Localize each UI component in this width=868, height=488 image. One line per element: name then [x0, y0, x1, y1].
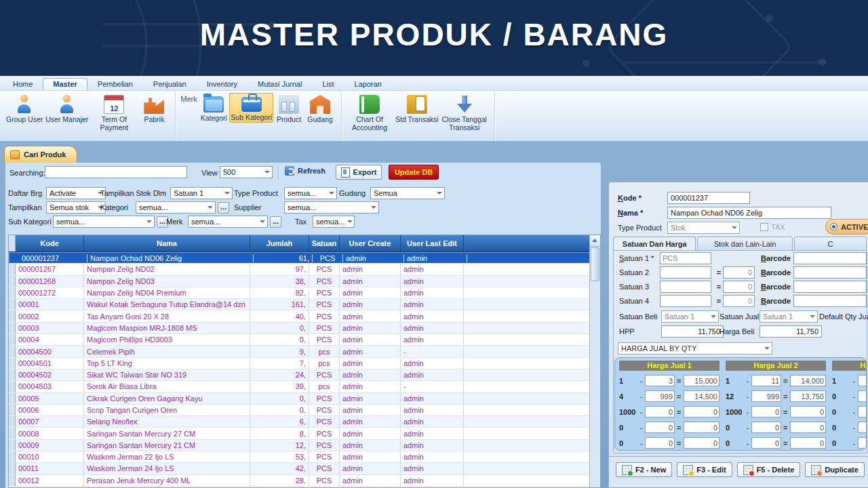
range-end-input[interactable]: 0 [858, 406, 867, 418]
range-end-input[interactable]: 0 [645, 406, 675, 418]
satuan-input[interactable] [660, 266, 711, 279]
ribbon-button-kategori[interactable]: Kategori [198, 93, 229, 123]
range-end-input[interactable]: 0 [858, 437, 867, 449]
table-row[interactable]: 00004501Top 5 LT King7,pcsadminadmin [9, 358, 590, 369]
ribbon-tab-master[interactable]: Master [43, 78, 87, 90]
filter-gudang-select[interactable]: Semua [370, 187, 445, 199]
ribbon-button-user-manajer[interactable]: User Manajer [44, 93, 90, 125]
range-end-input[interactable]: 0 [645, 422, 675, 433]
filter-merk-select[interactable]: semua... [188, 216, 268, 228]
table-scrollbar[interactable] [589, 235, 600, 487]
table-row[interactable]: 00008Saringan Santan Mercury 27 CM8,PCSa… [9, 428, 590, 439]
barcode-input[interactable] [793, 295, 867, 307]
type-product-select[interactable]: Stok [667, 222, 740, 234]
tab-cari-produk[interactable]: Cari Produk [4, 146, 77, 163]
price-input[interactable]: 0 [790, 406, 826, 418]
filter-kategori-more-button[interactable]: ... [218, 202, 229, 214]
satuan-qty-input[interactable]: 0 [723, 295, 755, 307]
ribbon-button-product[interactable]: Product [273, 93, 304, 125]
f3-edit-button[interactable]: F3 - Edit [677, 462, 732, 477]
filter-tax-select[interactable]: semua... [313, 216, 355, 228]
table-row[interactable]: 00005Cikrak Curigen Oren Gagang Kayu0,PC… [9, 393, 590, 405]
table-row[interactable]: 00002Tas Anyam Goni 20 X 2840,PCSadminad… [9, 310, 590, 322]
detail-tab-c[interactable]: C [794, 237, 867, 251]
table-row[interactable]: 00011Waskom Jerman 24 Ijo LS42,PCSadmina… [9, 463, 590, 474]
price-input[interactable]: 14,500 [684, 390, 719, 402]
table-row[interactable]: 00004503Sorok Air Biasa Libra39,pcsadmin… [9, 381, 590, 392]
satuan-qty-input[interactable]: 0 [723, 281, 755, 293]
ribbon-button-sub-kategori[interactable]: Sub Kategori [229, 93, 273, 123]
ribbon-button-gudang[interactable]: Gudang [304, 93, 336, 125]
nama-input[interactable]: Nampan Ochad ND06 Zelig [667, 207, 831, 219]
hpp-input[interactable]: 11,750 [661, 325, 724, 338]
ribbon-button-std-transaksi[interactable]: Std Transaksi [394, 93, 440, 125]
table-row[interactable]: 00012Perasan Jeruk Mercury 400 ML28,PCSa… [9, 475, 590, 487]
search-input[interactable] [45, 166, 187, 178]
barcode-input[interactable] [793, 281, 867, 293]
range-end-input[interactable]: 0 [751, 437, 781, 449]
range-end-input[interactable]: 999 [751, 390, 781, 402]
harga-jual-by-qty-select[interactable]: HARGA JUAL BY QTY [618, 342, 772, 354]
price-input[interactable]: 13,750 [790, 390, 826, 402]
ribbon-tab-laporan[interactable]: Laporan [344, 78, 392, 90]
range-end-input[interactable]: 999 [645, 390, 675, 402]
range-end-input[interactable]: 0 [858, 375, 867, 386]
range-end-input[interactable]: 0 [751, 422, 781, 433]
table-row[interactable]: 000001237Nampan Ochad ND06 Zelig61,PCSad… [9, 252, 590, 264]
duplicate-button[interactable]: Duplicate [805, 462, 865, 477]
satuan-input[interactable]: PCS [660, 252, 711, 264]
range-end-input[interactable]: 0 [751, 406, 781, 418]
filter-sub-kategori-select[interactable]: semua... [53, 216, 155, 228]
barcode-input[interactable] [793, 252, 867, 264]
filter-daftar-brg-select[interactable]: Activate [46, 187, 106, 199]
ribbon-button-term-of-payment[interactable]: Term Of Payment [90, 93, 138, 132]
scroll-up-button[interactable] [590, 235, 600, 247]
ribbon-button-chart-of-accounting[interactable]: Chart Of Accounting [345, 93, 394, 132]
satuan-beli-select[interactable]: Satuan 1 [661, 310, 719, 323]
table-row[interactable]: 00004502Sikat WC Taiwan Star NO 31924,PC… [9, 369, 590, 381]
table-row[interactable]: 00003Magicom Maspion MRJ-1808 MS0,PCSadm… [9, 323, 590, 334]
f5-delete-button[interactable]: F5 - Delete [737, 462, 801, 477]
ribbon-button-close-tanggal-transaksi[interactable]: Close Tanggal Transaksi [440, 93, 489, 132]
table-row[interactable]: 00009Saringan Santan Mercury 21 CM12,PCS… [9, 440, 590, 451]
satuan-qty-input[interactable]: 0 [723, 266, 755, 279]
ribbon-tab-home[interactable]: Home [3, 78, 43, 90]
table-row[interactable]: 000001267Nampan Zelig ND0297,PCSadminadm… [9, 264, 590, 275]
range-end-input[interactable]: 11 [751, 375, 781, 386]
ribbon-tab-mutasi-jurnal[interactable]: Mutasi Jurnal [248, 78, 312, 90]
price-input[interactable]: 0 [790, 437, 826, 449]
detail-tab-stok-dan-lain-lain[interactable]: Stok dan Lain-Lain [697, 237, 792, 251]
table-row[interactable]: 00004500Celemek Pipih9,pcsadmin- [9, 346, 590, 357]
filter-type-product-select[interactable]: semua... [284, 187, 337, 199]
table-row[interactable]: 000001268Nampan Zelig ND0338,PCSadminadm… [9, 276, 590, 287]
satuan-jual-select[interactable]: Satuan 1 [760, 310, 818, 323]
barcode-input[interactable] [793, 266, 867, 279]
view-select[interactable]: 500 [220, 166, 273, 178]
ribbon-tab-penjualan[interactable]: Penjualan [143, 78, 197, 90]
table-row[interactable]: 00001Wakul Kotak Serbaguna Tutup Elandra… [9, 299, 590, 310]
range-end-input[interactable]: 0 [858, 390, 867, 402]
detail-tab-satuan-dan-harga[interactable]: Satuan Dan Harga [613, 237, 696, 251]
filter-kategori-select[interactable]: semua... [136, 201, 216, 214]
price-input[interactable]: 14,000 [790, 375, 826, 386]
price-input[interactable]: 15,000 [684, 375, 719, 386]
export-button[interactable]: Export [336, 165, 382, 180]
active-status-radio[interactable]: ACTIVE [825, 219, 868, 235]
ribbon-button-pabrik[interactable]: Pabrik [138, 93, 170, 125]
table-row[interactable]: 000001272Nampan Zelig ND04 Premium82,PCS… [9, 287, 590, 299]
table-row[interactable]: 00007Selang Neoflex6,PCSadminadmin [9, 416, 590, 428]
filter-stok-dlm-select[interactable]: Satuan 1 [170, 187, 233, 199]
price-input[interactable]: 0 [790, 422, 826, 433]
ribbon-button-group-user[interactable]: Group User [5, 93, 44, 125]
price-input[interactable]: 0 [684, 406, 719, 418]
satuan-input[interactable] [660, 295, 711, 307]
price-input[interactable]: 0 [684, 422, 719, 433]
price-input[interactable]: 0 [684, 437, 719, 449]
update-db-button[interactable]: Update DB [389, 165, 439, 180]
filter-supplier-select[interactable]: semua... [284, 201, 379, 214]
table-row[interactable]: 00006Scop Tangan Curigen Oren0,PCSadmina… [9, 405, 590, 416]
range-end-input[interactable]: 0 [858, 422, 867, 433]
table-row[interactable]: 00010Waskom Jerman 22 Ijo LS53,PCSadmina… [9, 451, 590, 463]
filter-tampilkan-select[interactable]: Semua stok [46, 201, 106, 214]
ribbon-tab-list[interactable]: List [312, 78, 344, 90]
